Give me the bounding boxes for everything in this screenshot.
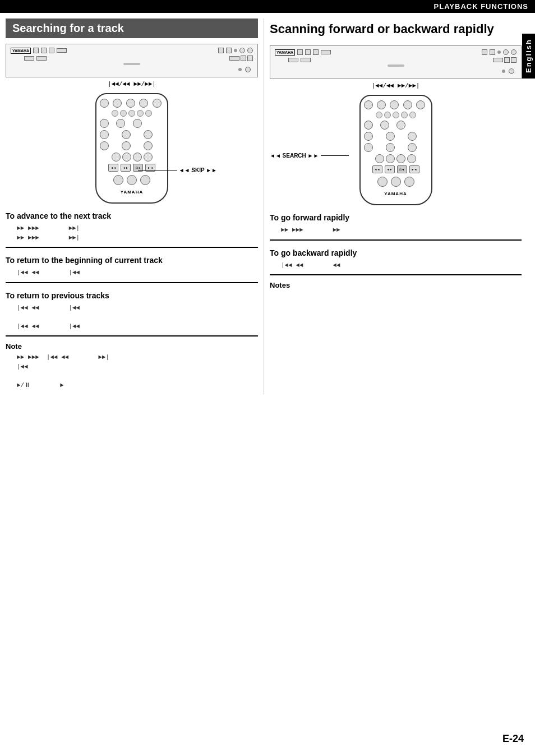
remote-r-grid-1 <box>364 121 428 130</box>
page-number: E-24 <box>502 733 524 745</box>
device-r-btn-4 <box>482 49 487 55</box>
device-r-btn-3 <box>313 49 319 55</box>
advance-line-1: ►► ►►► ►►| <box>6 224 258 233</box>
device-r-display <box>321 50 331 54</box>
skip-annotation: ◄◄ SKIP ►► <box>138 167 217 173</box>
remote-r-btn-1 <box>364 100 373 109</box>
device-r-slot-2 <box>301 58 311 62</box>
advance-line-2: ►► ►►► ►►| <box>6 233 258 243</box>
return-prev-line-3: |◄◄ ◄◄ |◄◄ <box>6 322 258 331</box>
remote-body-right: ◄◄ ◄► ⊡◄ ►◄ YAMAHA <box>359 95 432 205</box>
cd-player-diagram-right: YAMAHA <box>270 45 522 79</box>
device-r-controls <box>493 58 503 62</box>
return-current-line-1: |◄◄ ◄◄ |◄◄ <box>6 268 258 278</box>
remote-r-round-3 <box>404 177 414 187</box>
remote-r-btn-c <box>396 154 405 163</box>
search-line <box>321 155 349 156</box>
transport-area-left: ◄◄ ◄► ⊡◄ ►◄ ◄◄ SKIP ►► <box>100 164 164 172</box>
remote-bottom-btns-right <box>364 177 428 187</box>
device-r-btn-2 <box>305 49 311 55</box>
right-section: Scanning forward or backward rapidly YAM… <box>264 19 522 394</box>
note-line-4: ►/⏸ ► <box>17 381 258 390</box>
remote-r-grid-btn-6 <box>408 132 417 141</box>
language-tab: English <box>522 34 535 79</box>
page-header: PLAYBACK FUNCTIONS <box>0 0 535 13</box>
return-previous-header: To return to previous tracks <box>6 291 258 300</box>
remote-grid-btn-9 <box>144 141 153 150</box>
note-line-3 <box>17 371 258 381</box>
remote-r-grid-btn-9 <box>408 143 417 152</box>
yamaha-logo-left: YAMAHA <box>11 48 31 54</box>
remote-btn-3 <box>126 99 135 108</box>
remote-r-small-1 <box>376 112 382 118</box>
search-label-text: ◄◄ SEARCH ►► <box>270 153 319 159</box>
remote-grid-btn-5 <box>122 130 131 139</box>
remote-r-grid-btn-1 <box>364 121 373 130</box>
skip-line <box>138 170 177 170</box>
remote-btn-c <box>133 153 142 162</box>
divider-3 <box>6 335 258 336</box>
return-current-content: |◄◄ ◄◄ |◄◄ <box>6 268 258 278</box>
divider-right-2 <box>270 274 522 275</box>
remote-r-grid-btn-8 <box>386 143 395 152</box>
note-label-right: Notes <box>270 281 522 289</box>
remote-grid-btn-1 <box>100 119 109 128</box>
remote-small-row <box>100 110 164 117</box>
device-led-1 <box>234 49 237 52</box>
left-section: Searching for a track YAMAHA <box>6 19 264 394</box>
device-knob-2 <box>247 48 253 53</box>
remote-body-left: ◄◄ ◄► ⊡◄ ►◄ ◄◄ SKIP ►► YAMA <box>95 93 168 204</box>
backward-content: |◄◄ ◄◄ ◄◄ <box>270 261 522 270</box>
device-r-led-1 <box>497 50 501 54</box>
ctrl-r-rew: ◄◄ <box>372 165 382 173</box>
remote-r-btn-2 <box>377 100 386 109</box>
divider-right-1 <box>270 239 522 241</box>
device-slot-2 <box>36 56 47 61</box>
remote-grid-3 <box>100 141 164 150</box>
device-r-disc-tray <box>388 64 404 67</box>
remote-round-3 <box>140 175 150 185</box>
ctrl-r-prev: ◄► <box>385 165 395 173</box>
remote-diagram-left: ◄◄ ◄► ⊡◄ ►◄ ◄◄ SKIP ►► YAMA <box>6 93 258 204</box>
cd-player-diagram-left: YAMAHA <box>6 44 258 77</box>
note-content-left: ►► ►►► |◄◄ ◄◄ ►►| |◄◄ ►/⏸ ► <box>6 353 258 390</box>
device-controls <box>229 56 239 61</box>
remote-btn-2 <box>113 99 122 108</box>
remote-r-btn-d <box>407 154 416 163</box>
forward-line-1: ►► ►►► ►► <box>270 225 522 235</box>
remote-transport-right: ◄◄ ◄► ⊡◄ ►◄ <box>364 165 428 173</box>
device-disc-tray <box>123 63 140 65</box>
remote-r-small-3 <box>393 112 399 118</box>
remote-btn-a <box>112 153 121 162</box>
remote-r-grid-btn-4 <box>364 132 373 141</box>
device-led-2 <box>238 68 242 71</box>
remote-btn-1 <box>100 99 109 108</box>
remote-grid-btn-3 <box>133 119 142 128</box>
return-previous-content: |◄◄ ◄◄ |◄◄ |◄◄ ◄◄ |◄◄ <box>6 303 258 331</box>
ctrl-rew: ◄◄ <box>108 164 118 172</box>
remote-r-small-5 <box>409 112 416 118</box>
device-r-ctrl-1 <box>504 57 510 63</box>
device-slot-1 <box>24 56 34 61</box>
device-r-knob-1 <box>503 49 509 55</box>
device-ctrl-1 <box>241 56 246 61</box>
main-content: Searching for a track YAMAHA <box>0 13 535 400</box>
header-title: PLAYBACK FUNCTIONS <box>434 2 528 11</box>
return-prev-line-2 <box>6 312 258 322</box>
remote-small-3 <box>128 110 135 117</box>
left-section-title: Searching for a track <box>6 19 258 38</box>
return-current-header: To return to the beginning of current tr… <box>6 256 258 265</box>
ctrl-r-next: ►◄ <box>409 165 419 173</box>
remote-diagram-right: ◄◄ SEARCH ►► <box>270 95 522 205</box>
remote-r-small-2 <box>384 112 391 118</box>
remote-r-grid-btn-5 <box>386 132 395 141</box>
remote-btn-5 <box>153 99 162 108</box>
backward-line-1: |◄◄ ◄◄ ◄◄ <box>270 261 522 270</box>
remote-r-btn-5 <box>416 100 425 109</box>
note-line-2: |◄◄ <box>17 362 258 372</box>
divider-1 <box>6 247 258 248</box>
remote-grid-btn-8 <box>122 141 131 150</box>
remote-grid-btn-6 <box>144 130 153 139</box>
remote-r-grid-3 <box>364 143 428 152</box>
remote-top-buttons <box>100 99 164 108</box>
